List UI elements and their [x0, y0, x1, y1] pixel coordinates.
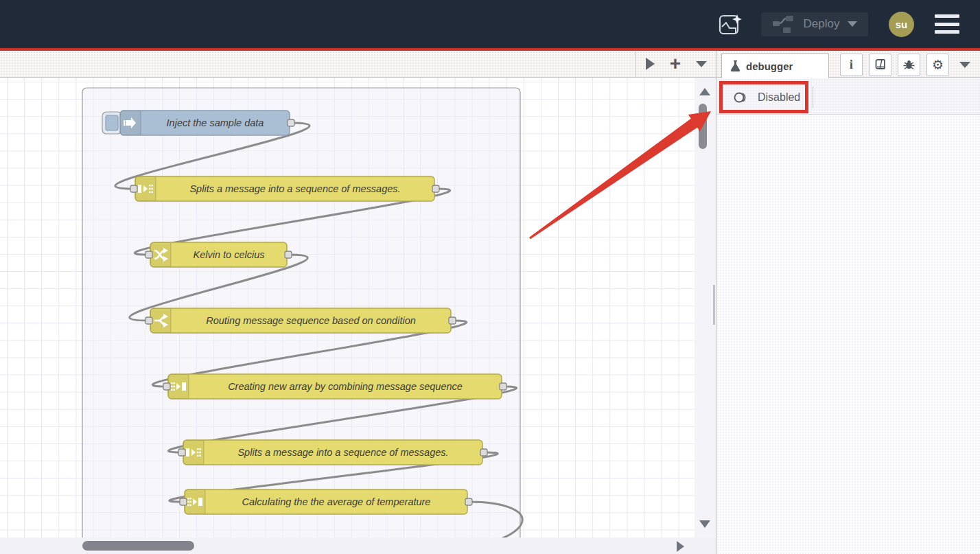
- add-flow-icon[interactable]: +: [670, 57, 681, 71]
- hamburger-menu-icon[interactable]: [935, 14, 959, 34]
- vertical-scroll-thumb[interactable]: [699, 104, 707, 149]
- flow-list-caret-icon[interactable]: [696, 61, 707, 67]
- output-port[interactable]: [480, 449, 487, 456]
- input-port[interactable]: [145, 317, 152, 324]
- output-port[interactable]: [432, 185, 439, 192]
- node-label: Calculating the the average of temperatu…: [242, 496, 431, 507]
- chevron-down-icon[interactable]: [959, 62, 970, 68]
- input-port[interactable]: [180, 498, 187, 505]
- toggle-off-icon: [734, 92, 751, 103]
- input-port[interactable]: [130, 185, 137, 192]
- settings-button[interactable]: ⚙: [926, 54, 949, 76]
- disabled-filter-button[interactable]: Disabled: [725, 86, 808, 108]
- flow-node-join[interactable]: Calculating the the average of temperatu…: [180, 489, 472, 514]
- flow-node-split[interactable]: Splits a message into a sequence of mess…: [178, 440, 487, 465]
- docs-button[interactable]: [869, 54, 891, 76]
- avatar[interactable]: su: [889, 12, 914, 37]
- output-port[interactable]: [449, 317, 456, 324]
- flow-canvas[interactable]: Inject the sample dataSplits a message i…: [0, 78, 695, 538]
- flow-node-switch[interactable]: Routing message sequence based on condit…: [145, 308, 456, 333]
- flow-node-change[interactable]: Kelvin to celcius: [145, 242, 292, 267]
- deploy-button[interactable]: Deploy: [761, 12, 868, 36]
- header-bar: Deploy su: [0, 0, 980, 48]
- scroll-down-icon[interactable]: [699, 520, 710, 528]
- sidebar-separator-handle[interactable]: [713, 285, 715, 325]
- docs-book-icon: [874, 58, 887, 71]
- tabstrip-buttons: +: [635, 51, 711, 77]
- node-label: Splits a message into a sequence of mess…: [189, 183, 400, 194]
- tab-debugger[interactable]: debugger: [721, 53, 829, 78]
- output-port[interactable]: [285, 251, 292, 258]
- deploy-nodes-icon: [772, 15, 795, 33]
- deploy-label: Deploy: [804, 17, 840, 31]
- settings-gear-icon: ⚙: [932, 58, 944, 71]
- info-button[interactable]: i: [840, 54, 863, 76]
- toolbar-separator: [813, 86, 813, 108]
- avatar-initials: su: [896, 19, 908, 30]
- flow-node-inject[interactable]: Inject the sample data: [102, 111, 294, 135]
- horizontal-scroll-thumb[interactable]: [82, 541, 194, 551]
- input-port[interactable]: [145, 251, 152, 258]
- input-port[interactable]: [178, 449, 185, 456]
- output-port[interactable]: [500, 383, 506, 390]
- flow-export-sparkle-icon[interactable]: [717, 11, 743, 37]
- scroll-right-icon[interactable]: [677, 541, 684, 552]
- scroll-up-icon[interactable]: [699, 88, 710, 95]
- flask-icon: [730, 60, 740, 72]
- tab-debugger-label: debugger: [746, 60, 793, 72]
- sidebar: debugger i: [716, 51, 980, 554]
- output-port[interactable]: [465, 498, 472, 505]
- node-label: Inject the sample data: [167, 117, 264, 128]
- flow-export-sparkle-svg: [718, 12, 743, 36]
- debug-panel-content[interactable]: [716, 115, 980, 554]
- node-label: Kelvin to celcius: [194, 249, 265, 260]
- flow-svg: Inject the sample dataSplits a message i…: [0, 78, 695, 538]
- debug-toolbar: Disabled: [716, 78, 980, 115]
- deploy-caret-icon[interactable]: [848, 21, 857, 27]
- debug-bug-button[interactable]: [898, 54, 920, 76]
- node-label: Creating new array by combining message …: [228, 381, 463, 392]
- sidebar-tabbar: debugger i: [716, 51, 980, 78]
- input-port[interactable]: [163, 383, 170, 390]
- output-port[interactable]: [288, 119, 294, 126]
- scroll-tabs-right-icon[interactable]: [646, 58, 655, 70]
- horizontal-scrollbar[interactable]: [0, 538, 716, 554]
- node-label: Routing message sequence based on condit…: [206, 315, 416, 326]
- app-window: Deploy su + Inject the sample dataSplits…: [0, 0, 980, 554]
- bug-icon: [902, 58, 915, 71]
- disabled-filter-label: Disabled: [758, 91, 800, 104]
- workspace-tabstrip: +: [0, 51, 716, 78]
- info-icon: i: [850, 57, 853, 72]
- node-label: Splits a message into a sequence of mess…: [237, 447, 448, 458]
- sidebar-buttons: i ⚙: [840, 53, 970, 76]
- flow-node-split[interactable]: Splits a message into a sequence of mess…: [130, 176, 439, 201]
- flow-node-join[interactable]: Creating new array by combining message …: [163, 374, 506, 399]
